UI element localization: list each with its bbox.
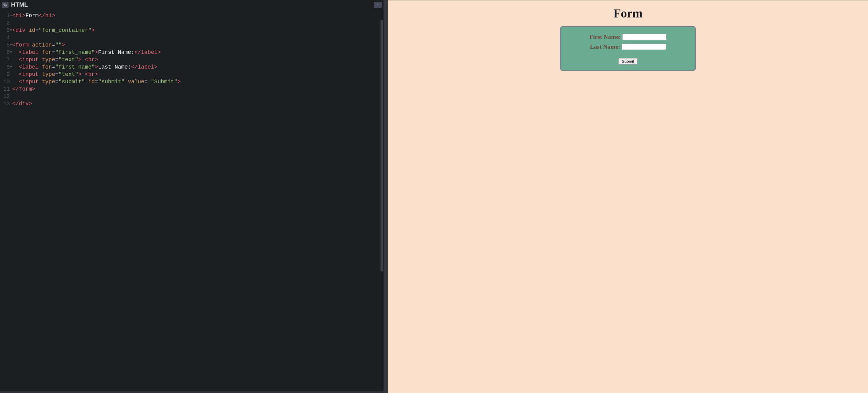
form-container: First Name: Last Name: <box>560 26 696 71</box>
demo-form: First Name: Last Name: <box>567 34 689 64</box>
last-name-input[interactable] <box>622 44 666 50</box>
gear-icon[interactable] <box>2 2 8 8</box>
last-name-row: Last Name: <box>567 44 689 50</box>
page-title: Form <box>388 6 868 21</box>
code-content[interactable]: <h1>Form</h1><div id="form_container"><f… <box>12 12 383 391</box>
first-name-input[interactable] <box>622 34 666 40</box>
editor-header: HTML <box>0 0 383 9</box>
submit-button[interactable] <box>618 58 637 64</box>
editor-title: HTML <box>11 1 28 8</box>
editor-pane: HTML 12345678910111213 <h1>Form</h1><div… <box>0 0 383 393</box>
vertical-scrollbar[interactable] <box>380 20 383 390</box>
editor-bottom-bar <box>0 391 383 393</box>
scrollbar-thumb[interactable] <box>380 20 383 272</box>
pane-splitter[interactable] <box>383 0 388 393</box>
code-area[interactable]: 12345678910111213 <h1>Form</h1><div id="… <box>0 9 383 391</box>
preview-pane: Form First Name: Last Name: <box>388 0 868 393</box>
preview-content: Form First Name: Last Name: <box>388 6 868 71</box>
line-gutter: 12345678910111213 <box>0 12 12 391</box>
first-name-row: First Name: <box>567 34 689 40</box>
first-name-label: First Name: <box>590 34 621 40</box>
last-name-label: Last Name: <box>590 44 620 50</box>
chevron-down-icon[interactable] <box>374 2 382 8</box>
